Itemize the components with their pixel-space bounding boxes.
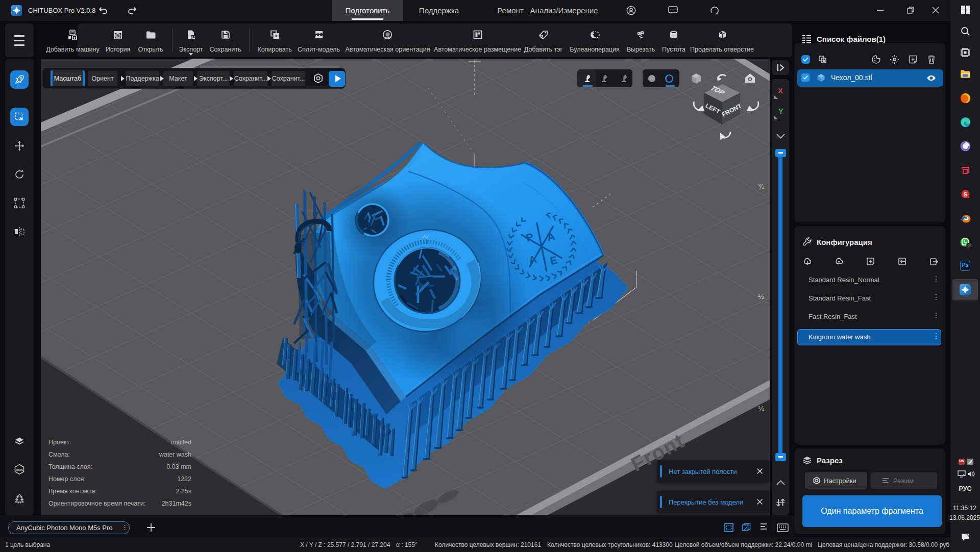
svg-text:S: S [964,191,968,197]
svg-text:RMA: RMA [16,468,23,471]
svg-text:3: 3 [968,243,970,247]
